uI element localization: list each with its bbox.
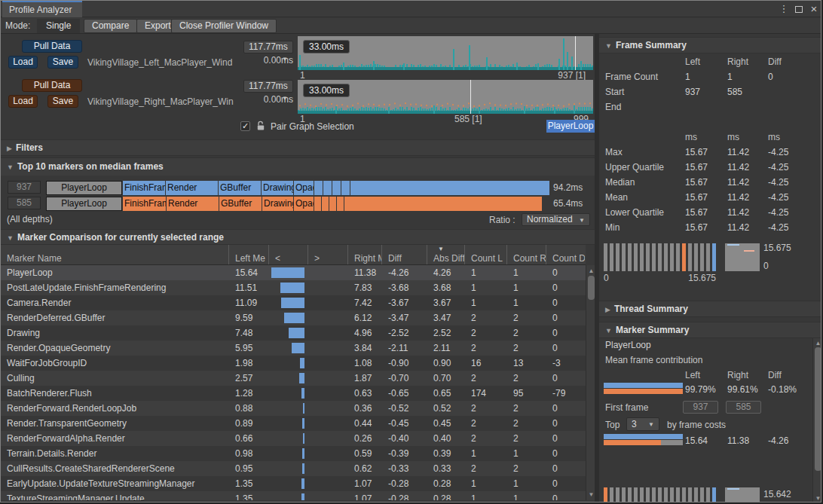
first-frame-left-button[interactable]: 937 — [683, 401, 718, 414]
column-left-median[interactable]: Left Me — [229, 245, 269, 264]
marker-segment[interactable]: GBuffer — [219, 181, 261, 195]
column-count-left[interactable]: Count L — [465, 245, 507, 264]
table-row[interactable]: Terrain.Details.Render0.980.59-0.390.391… — [1, 446, 586, 461]
right-frames-graph[interactable]: 33.00ms — [298, 80, 593, 114]
column-abs-diff[interactable]: ▼Abs Diff — [427, 245, 465, 264]
marker-segment[interactable] — [329, 197, 336, 211]
save-right-button[interactable]: Save — [47, 95, 78, 108]
marker-segment[interactable] — [350, 181, 549, 195]
close-profiler-window-button[interactable]: Close Profiler Window — [171, 19, 277, 33]
root-marker-segment[interactable]: PlayerLoop — [46, 181, 122, 195]
tab-profile-analyzer[interactable]: Profile Analyzer — [2, 1, 82, 17]
marker-segment[interactable] — [341, 181, 350, 195]
close-icon[interactable]: × — [808, 2, 820, 16]
pair-graph-selection-checkbox[interactable]: ✓ — [240, 121, 250, 131]
first-frame-right-button[interactable]: 585 — [726, 401, 761, 414]
table-row[interactable]: WaitForJobGroupID1.981.08-0.900.901613-3 — [1, 356, 586, 371]
stat-label: Mean — [605, 192, 628, 203]
marker-segment[interactable]: FinishFrameR — [123, 197, 166, 211]
column-count-right[interactable]: Count R — [507, 245, 546, 264]
table-row[interactable]: PostLateUpdate.FinishFrameRendering11.51… — [1, 280, 586, 295]
pull-data-left-button[interactable]: Pull Data — [22, 40, 82, 53]
column-count-diff[interactable]: Count D — [546, 245, 585, 264]
maximize-icon[interactable] — [795, 6, 803, 13]
column-left-bigger[interactable]: < — [269, 245, 308, 264]
ratio-dropdown[interactable]: Normalized▼ — [522, 213, 590, 226]
table-row[interactable]: BatchRenderer.Flush1.280.63-0.650.651749… — [1, 386, 586, 401]
column-right-bigger[interactable]: > — [308, 245, 348, 264]
frame-number-button[interactable]: 585 — [8, 197, 41, 209]
table-scrollbar-thumb[interactable] — [588, 276, 595, 300]
column-diff[interactable]: Diff — [382, 245, 427, 264]
mode-single-button[interactable]: Single — [37, 19, 80, 33]
marker-segment[interactable] — [332, 181, 341, 195]
table-row[interactable]: Drawing7.484.96-2.522.52220 — [1, 325, 586, 341]
filters-section-header[interactable]: ▶Filters — [1, 139, 595, 156]
cell-count-left: 16 — [465, 356, 507, 371]
top10-marker-bar[interactable]: PlayerLoopFinishFrameRRenderGBufferDrawi… — [46, 181, 549, 195]
cell-count-left: 2 — [465, 461, 507, 476]
marker-segment[interactable] — [314, 197, 321, 211]
table-row[interactable]: Culling2.571.87-0.700.70220 — [1, 371, 586, 386]
cell-right-median: 0.44 — [348, 416, 382, 431]
top-n-dropdown[interactable]: 3▼ — [626, 417, 659, 431]
marker-summary-header[interactable]: ▼Marker Summary — [599, 322, 821, 338]
frame-summary-header[interactable]: ▼Frame Summary — [599, 37, 821, 53]
table-row[interactable]: RenderDeferred.GBuffer9.596.12-3.473.472… — [1, 310, 586, 325]
marker-segment[interactable] — [344, 197, 542, 211]
mode-compare-button[interactable]: Compare — [84, 19, 137, 33]
marker-segment[interactable]: Opaqu — [294, 197, 314, 211]
marker-segment[interactable] — [323, 181, 332, 195]
marker-segment[interactable]: Render — [167, 197, 219, 211]
chevron-down-icon: ▼ — [579, 215, 585, 226]
table-row[interactable]: TextureStreamingManager.Update1.351.07-0… — [1, 491, 586, 500]
cell-count-left: 1 — [465, 295, 507, 310]
marker-segment[interactable] — [314, 181, 323, 195]
summary-scrollbar-thumb[interactable] — [815, 347, 821, 471]
column-right-median[interactable]: Right M — [348, 245, 382, 264]
table-row[interactable]: RenderForwardAlpha.Render0.660.26-0.400.… — [1, 431, 586, 446]
load-right-button[interactable]: Load — [8, 95, 38, 108]
table-row[interactable]: CullResults.CreateSharedRendererScene0.9… — [1, 461, 586, 476]
selected-marker-chip[interactable]: PlayerLoop — [546, 120, 595, 133]
save-left-button[interactable]: Save — [47, 56, 78, 69]
right-range-dropdown[interactable]: 117.77ms▼ — [243, 80, 293, 93]
pull-data-right-button[interactable]: Pull Data — [22, 79, 82, 92]
marker-segment[interactable] — [337, 197, 344, 211]
marker-segment[interactable]: Render — [166, 181, 218, 195]
lock-icon[interactable] — [256, 121, 265, 133]
marker-segment[interactable]: Drawing — [262, 197, 293, 211]
root-marker-segment[interactable]: PlayerLoop — [46, 197, 122, 211]
table-row[interactable]: Camera.Render11.097.42-3.673.67110 — [1, 295, 586, 310]
table-row[interactable]: Render.OpaqueGeometry5.953.84-2.112.1122… — [1, 341, 586, 356]
cell-right-bigger-bar — [308, 356, 348, 371]
scroll-up-icon[interactable]: ▲ — [813, 340, 821, 347]
left-frames-graph[interactable]: 33.00ms — [298, 36, 593, 70]
column-marker-name[interactable]: Marker Name — [1, 245, 229, 264]
comparison-section-header[interactable]: ▼Marker Comparison for currently selecte… — [1, 229, 595, 245]
cell-count-right: 2 — [507, 371, 546, 386]
marker-segment[interactable]: Opaqu — [294, 181, 314, 195]
top10-section-header[interactable]: ▼Top 10 markers on median frames — [1, 157, 595, 176]
kebab-menu-icon[interactable]: ⋮ — [778, 2, 790, 16]
stat-left: 15.67 — [685, 162, 708, 173]
marker-segment[interactable]: Drawing — [262, 181, 293, 195]
table-row[interactable]: EarlyUpdate.UpdateTextureStreamingManage… — [1, 476, 586, 491]
cell-left-bigger-bar — [269, 341, 308, 356]
cell-abs-diff: 0.28 — [427, 476, 465, 491]
by-frame-costs-label: by frame costs — [667, 420, 726, 430]
scroll-down-icon[interactable]: ▼ — [813, 495, 821, 502]
table-row[interactable]: Render.TransparentGeometry0.890.44-0.450… — [1, 416, 586, 431]
table-row[interactable]: PlayerLoop15.6411.38-4.264.26110 — [1, 265, 586, 280]
marker-segment[interactable]: FinishFrameR — [123, 181, 165, 195]
left-range-dropdown[interactable]: 117.77ms▼ — [243, 41, 293, 53]
thread-summary-header[interactable]: ▶Thread Summary — [599, 301, 821, 317]
cell-abs-diff: 0.40 — [427, 431, 465, 446]
table-row[interactable]: RenderForward.RenderLoopJob0.880.36-0.52… — [1, 401, 586, 416]
top10-marker-bar[interactable]: PlayerLoopFinishFrameRRenderGBufferDrawi… — [46, 197, 542, 211]
frame-number-button[interactable]: 937 — [8, 181, 41, 194]
summary-scrollbar[interactable]: ▲ ▼ — [812, 338, 821, 502]
load-left-button[interactable]: Load — [8, 56, 38, 69]
marker-segment[interactable]: GBuffer — [219, 197, 262, 211]
marker-segment[interactable] — [322, 197, 329, 211]
